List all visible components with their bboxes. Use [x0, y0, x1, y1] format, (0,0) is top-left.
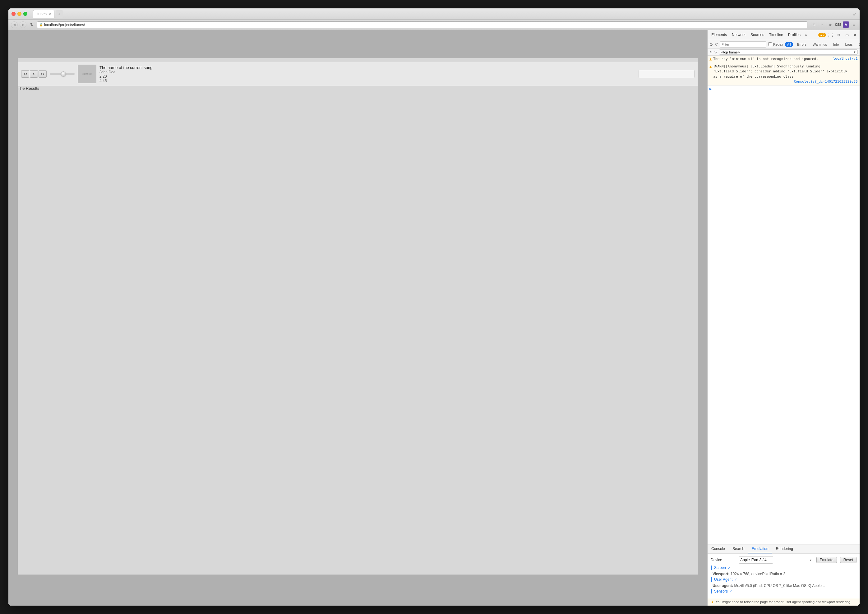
content-area: << > >> 80 x 80 The name of the current …: [8, 30, 434, 307]
tab-label: Itunes: [36, 12, 47, 16]
volume-slider[interactable]: [50, 73, 75, 75]
close-button[interactable]: [11, 12, 16, 16]
song-artist: John Doe: [99, 70, 434, 74]
control-buttons: << > >>: [21, 70, 47, 78]
song-title: The name of the current song: [99, 65, 434, 70]
prev-button[interactable]: <<: [21, 70, 29, 78]
results-label: The Results: [18, 86, 39, 91]
slider-thumb[interactable]: [61, 71, 66, 76]
tab-close-icon[interactable]: ✕: [48, 12, 51, 16]
minimize-button[interactable]: [17, 12, 22, 16]
refresh-button[interactable]: ↻: [28, 22, 35, 28]
maximize-button[interactable]: [23, 12, 27, 16]
next-button[interactable]: >>: [39, 70, 47, 78]
album-art-label: 80 x 80: [82, 72, 92, 76]
tab-bar: Itunes ✕ +: [33, 10, 63, 18]
album-art: 80 x 80: [78, 65, 96, 83]
browser-tab[interactable]: Itunes ✕: [33, 10, 54, 18]
lock-icon: 🔒: [39, 23, 43, 26]
url-bar[interactable]: 🔒 localhost/projects/itunes/: [37, 22, 434, 28]
url-text: localhost/projects/itunes/: [44, 23, 85, 27]
slider-track: [50, 73, 75, 75]
song-info: The name of the current song John Doe 2:…: [99, 65, 434, 83]
browser-window: Itunes ✕ + ⤢ ◀ ▶ ↻ 🔒 localhost/projects/…: [8, 8, 434, 307]
song-total-time: 4:45: [99, 79, 434, 83]
play-button[interactable]: >: [30, 70, 38, 78]
new-tab-button[interactable]: +: [56, 10, 63, 18]
itunes-player: << > >> 80 x 80 The name of the current …: [18, 62, 434, 86]
title-bar: Itunes ✕ + ⤢: [8, 8, 434, 20]
back-button[interactable]: ◀: [11, 22, 18, 28]
forward-button[interactable]: ▶: [20, 22, 26, 28]
song-current-time: 2:20: [99, 74, 434, 79]
webpage-inner: << > >> 80 x 80 The name of the current …: [18, 58, 434, 307]
traffic-lights: [11, 12, 27, 16]
webpage: << > >> 80 x 80 The name of the current …: [8, 30, 434, 307]
address-bar: ◀ ▶ ↻ 🔒 localhost/projects/itunes/ ⊞ ↑ ★…: [8, 20, 434, 30]
